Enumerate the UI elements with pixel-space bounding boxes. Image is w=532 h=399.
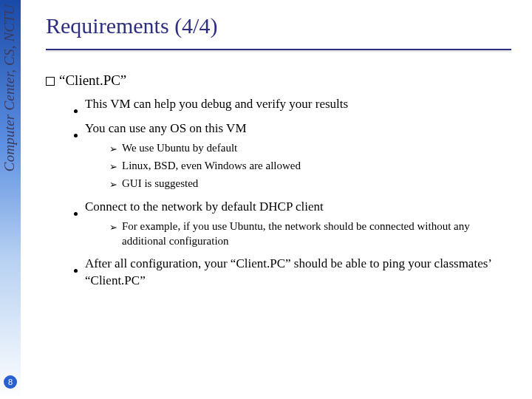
bullet-text: We use Ubuntu by default xyxy=(122,140,514,155)
dot-bullet-icon xyxy=(74,134,78,137)
bullet-text: For example, if you use Ubuntu, the netw… xyxy=(122,219,514,249)
bullet-level2: You can use any OS on this VM xyxy=(74,120,514,137)
bullet-level2: After all configuration, your “Client.PC… xyxy=(74,256,514,290)
arrow-bullet-icon: ➢ xyxy=(109,160,117,174)
bullet-level3: ➢ GUI is suggested xyxy=(109,176,514,191)
bullet-level3: ➢ For example, if you use Ubuntu, the ne… xyxy=(109,219,514,249)
topic-text: “Client.PC” xyxy=(59,72,126,89)
bullet-text: This VM can help you debug and verify yo… xyxy=(85,96,514,113)
slide: Computer Center, CS, NCTU 8 Requirements… xyxy=(0,0,532,399)
arrow-bullet-icon: ➢ xyxy=(109,143,117,156)
dot-bullet-icon xyxy=(74,109,78,113)
dot-bullet-icon xyxy=(74,212,78,216)
arrow-bullet-icon: ➢ xyxy=(109,178,117,191)
bullet-text: Linux, BSD, even Windows are allowed xyxy=(122,158,514,173)
page-number-badge: 8 xyxy=(4,375,17,389)
bullet-level3: ➢ Linux, BSD, even Windows are allowed xyxy=(109,158,514,173)
bullet-level2: This VM can help you debug and verify yo… xyxy=(74,96,514,113)
bullet-text: Connect to the network by default DHCP c… xyxy=(85,199,514,216)
arrow-bullet-icon: ➢ xyxy=(109,221,117,234)
body: “Client.PC” This VM can help you debug a… xyxy=(46,72,514,290)
bullet-level2: Connect to the network by default DHCP c… xyxy=(74,199,514,216)
title-underline xyxy=(46,49,511,50)
bullet-level1: “Client.PC” xyxy=(46,72,514,89)
dot-bullet-icon xyxy=(74,269,78,273)
bullet-text: GUI is suggested xyxy=(122,176,514,191)
sidebar-org-text: Computer Center, CS, NCTU xyxy=(1,4,18,171)
bullet-text: You can use any OS on this VM xyxy=(85,120,514,137)
bullet-text: After all configuration, your “Client.PC… xyxy=(85,256,514,290)
bullet-level3: ➢ We use Ubuntu by default xyxy=(109,140,514,155)
content-area: Requirements (4/4) “Client.PC” This VM c… xyxy=(46,13,514,290)
page-number: 8 xyxy=(8,378,13,386)
checkbox-bullet-icon xyxy=(46,77,55,86)
sidebar-strip: Computer Center, CS, NCTU 8 xyxy=(0,0,21,399)
slide-title: Requirements (4/4) xyxy=(46,13,514,38)
